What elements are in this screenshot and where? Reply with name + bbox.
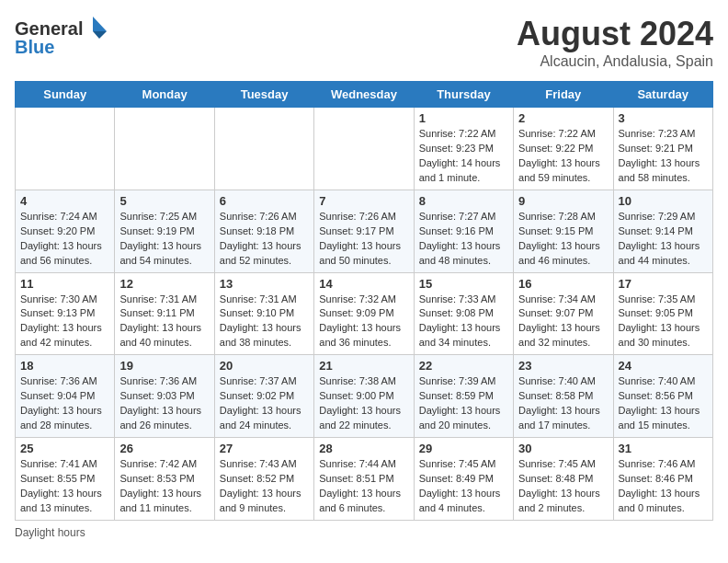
day-number: 4 [20,194,109,208]
calendar-cell: 27Sunrise: 7:43 AM Sunset: 8:52 PM Dayli… [214,438,313,521]
calendar-cell: 22Sunrise: 7:39 AM Sunset: 8:59 PM Dayli… [414,355,513,438]
calendar-header: SundayMondayTuesdayWednesdayThursdayFrid… [16,82,713,108]
week-row-5: 25Sunrise: 7:41 AM Sunset: 8:55 PM Dayli… [16,438,713,521]
day-number: 28 [319,442,408,455]
footer-label: Daylight hours [15,526,713,539]
day-number: 5 [119,194,209,208]
day-content: Sunrise: 7:33 AM Sunset: 9:08 PM Dayligh… [419,293,508,351]
day-number: 11 [20,277,109,291]
day-number: 6 [220,194,309,208]
calendar-cell: 19Sunrise: 7:36 AM Sunset: 9:03 PM Dayli… [115,355,214,438]
day-number: 8 [419,194,508,208]
svg-text:Blue: Blue [15,37,54,57]
header-row: SundayMondayTuesdayWednesdayThursdayFrid… [16,82,713,108]
main-title: August 2024 [517,15,713,53]
calendar-cell: 31Sunrise: 7:46 AM Sunset: 8:46 PM Dayli… [613,438,712,521]
calendar-cell [16,108,115,190]
day-content: Sunrise: 7:44 AM Sunset: 8:51 PM Dayligh… [319,457,408,516]
day-content: Sunrise: 7:39 AM Sunset: 8:59 PM Dayligh… [419,374,508,433]
calendar-cell: 16Sunrise: 7:34 AM Sunset: 9:07 PM Dayli… [514,272,613,355]
day-content: Sunrise: 7:34 AM Sunset: 9:07 PM Dayligh… [518,293,608,351]
calendar-cell: 25Sunrise: 7:41 AM Sunset: 8:55 PM Dayli… [16,438,115,521]
day-number: 29 [419,442,508,455]
day-number: 20 [220,359,309,373]
day-header-sunday: Sunday [16,82,115,108]
day-header-wednesday: Wednesday [314,82,414,108]
day-header-friday: Friday [514,82,613,108]
day-content: Sunrise: 7:40 AM Sunset: 8:56 PM Dayligh… [619,374,708,433]
day-header-monday: Monday [115,82,214,108]
day-content: Sunrise: 7:41 AM Sunset: 8:55 PM Dayligh… [20,457,109,516]
day-number: 25 [20,442,109,455]
day-number: 13 [220,277,309,291]
calendar-cell: 4Sunrise: 7:24 AM Sunset: 9:20 PM Daylig… [16,190,115,272]
calendar-cell: 3Sunrise: 7:23 AM Sunset: 9:21 PM Daylig… [613,108,712,190]
calendar-cell: 10Sunrise: 7:29 AM Sunset: 9:14 PM Dayli… [613,190,712,272]
logo-svg: General Blue [15,15,116,59]
day-content: Sunrise: 7:37 AM Sunset: 9:02 PM Dayligh… [220,374,309,433]
day-header-thursday: Thursday [414,82,513,108]
day-content: Sunrise: 7:45 AM Sunset: 8:48 PM Dayligh… [518,457,608,516]
calendar-cell: 5Sunrise: 7:25 AM Sunset: 9:19 PM Daylig… [115,190,214,272]
day-header-saturday: Saturday [613,82,712,108]
calendar-body: 1Sunrise: 7:22 AM Sunset: 9:23 PM Daylig… [16,108,713,521]
calendar-cell: 18Sunrise: 7:36 AM Sunset: 9:04 PM Dayli… [16,355,115,438]
week-row-3: 11Sunrise: 7:30 AM Sunset: 9:13 PM Dayli… [16,272,713,355]
day-number: 12 [119,277,209,291]
svg-marker-1 [93,17,107,31]
calendar-cell: 6Sunrise: 7:26 AM Sunset: 9:18 PM Daylig… [214,190,313,272]
day-content: Sunrise: 7:25 AM Sunset: 9:19 PM Dayligh… [119,210,209,269]
day-content: Sunrise: 7:27 AM Sunset: 9:16 PM Dayligh… [419,210,508,269]
day-content: Sunrise: 7:43 AM Sunset: 8:52 PM Dayligh… [220,457,309,516]
header: General Blue August 2024 Alcaucin, Andal… [15,15,713,70]
day-content: Sunrise: 7:29 AM Sunset: 9:14 PM Dayligh… [619,210,708,269]
day-header-tuesday: Tuesday [214,82,313,108]
calendar-cell: 2Sunrise: 7:22 AM Sunset: 9:22 PM Daylig… [514,108,613,190]
day-content: Sunrise: 7:30 AM Sunset: 9:13 PM Dayligh… [20,293,109,351]
day-content: Sunrise: 7:42 AM Sunset: 8:53 PM Dayligh… [119,457,209,516]
calendar-cell: 11Sunrise: 7:30 AM Sunset: 9:13 PM Dayli… [16,272,115,355]
day-content: Sunrise: 7:23 AM Sunset: 9:21 PM Dayligh… [619,127,708,186]
day-number: 21 [319,359,408,373]
subtitle: Alcaucin, Andalusia, Spain [517,53,713,70]
calendar-cell: 29Sunrise: 7:45 AM Sunset: 8:49 PM Dayli… [414,438,513,521]
day-content: Sunrise: 7:22 AM Sunset: 9:22 PM Dayligh… [518,127,608,186]
day-content: Sunrise: 7:35 AM Sunset: 9:05 PM Dayligh… [619,293,708,351]
week-row-4: 18Sunrise: 7:36 AM Sunset: 9:04 PM Dayli… [16,355,713,438]
calendar-cell: 12Sunrise: 7:31 AM Sunset: 9:11 PM Dayli… [115,272,214,355]
day-number: 22 [419,359,508,373]
page: General Blue August 2024 Alcaucin, Andal… [0,0,728,554]
day-number: 19 [119,359,209,373]
calendar-cell: 7Sunrise: 7:26 AM Sunset: 9:17 PM Daylig… [314,190,414,272]
day-content: Sunrise: 7:31 AM Sunset: 9:11 PM Dayligh… [119,293,209,351]
day-number: 26 [119,442,209,455]
day-number: 15 [419,277,508,291]
calendar-cell: 21Sunrise: 7:38 AM Sunset: 9:00 PM Dayli… [314,355,414,438]
logo: General Blue [15,15,116,63]
calendar-cell: 26Sunrise: 7:42 AM Sunset: 8:53 PM Dayli… [115,438,214,521]
day-number: 7 [319,194,408,208]
day-content: Sunrise: 7:26 AM Sunset: 9:18 PM Dayligh… [220,210,309,269]
calendar-cell [214,108,313,190]
day-number: 18 [20,359,109,373]
calendar-cell: 9Sunrise: 7:28 AM Sunset: 9:15 PM Daylig… [514,190,613,272]
day-number: 17 [619,277,708,291]
day-number: 10 [619,194,708,208]
calendar-cell: 8Sunrise: 7:27 AM Sunset: 9:16 PM Daylig… [414,190,513,272]
day-number: 31 [619,442,708,455]
day-number: 2 [518,111,608,125]
day-content: Sunrise: 7:36 AM Sunset: 9:04 PM Dayligh… [20,374,109,433]
day-content: Sunrise: 7:22 AM Sunset: 9:23 PM Dayligh… [419,127,508,186]
calendar-cell: 30Sunrise: 7:45 AM Sunset: 8:48 PM Dayli… [514,438,613,521]
calendar-cell: 28Sunrise: 7:44 AM Sunset: 8:51 PM Dayli… [314,438,414,521]
calendar-cell: 1Sunrise: 7:22 AM Sunset: 9:23 PM Daylig… [414,108,513,190]
calendar-cell: 15Sunrise: 7:33 AM Sunset: 9:08 PM Dayli… [414,272,513,355]
day-number: 24 [619,359,708,373]
day-content: Sunrise: 7:45 AM Sunset: 8:49 PM Dayligh… [419,457,508,516]
day-content: Sunrise: 7:36 AM Sunset: 9:03 PM Dayligh… [119,374,209,433]
title-block: August 2024 Alcaucin, Andalusia, Spain [517,15,713,70]
calendar-cell: 17Sunrise: 7:35 AM Sunset: 9:05 PM Dayli… [613,272,712,355]
day-content: Sunrise: 7:32 AM Sunset: 9:09 PM Dayligh… [319,293,408,351]
calendar-cell: 14Sunrise: 7:32 AM Sunset: 9:09 PM Dayli… [314,272,414,355]
day-number: 30 [518,442,608,455]
